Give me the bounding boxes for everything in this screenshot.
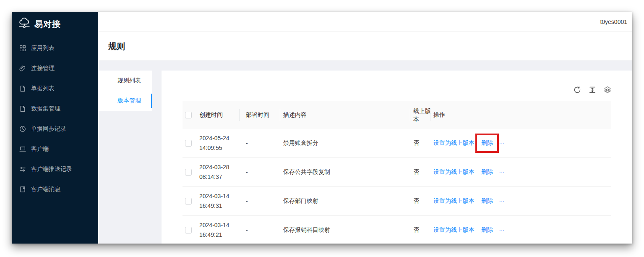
table-body: 2024-05-24 14:09:55 - 禁用账套拆分 否 设置为线上版本 删… (183, 129, 611, 244)
sidebar-item-label: 数据集管理 (31, 105, 60, 113)
delete-link[interactable]: 删除 (481, 197, 493, 205)
online-version-cell: 否 (413, 216, 433, 244)
description-cell: 保存报销科目映射 (283, 216, 413, 244)
table-row: 2024-03-14 16:49:21 - 保存报销科目映射 否 设置为线上版本… (183, 216, 611, 244)
subnav-item-label: 版本管理 (117, 97, 141, 105)
setting-icon[interactable] (604, 86, 611, 94)
column-height-icon[interactable] (589, 86, 596, 94)
created-time-cell: 2024-03-28 08:14:37 (199, 158, 242, 186)
table-panel: 创建时间 部署时间 描述内容 线上版本 操作 2024-05-24 14:09:… (162, 71, 632, 244)
table-row: 2024-05-24 14:09:55 - 禁用账套拆分 否 设置为线上版本 删… (183, 129, 611, 158)
sidebar-item-label: 单据同步记录 (31, 125, 66, 133)
sidebar-item-client[interactable]: 客户端 (12, 139, 98, 159)
column-header-created: 创建时间 (199, 101, 242, 129)
sidebar-item-label: 客户端消息 (31, 186, 60, 193)
set-online-version-link[interactable]: 设置为线上版本 (433, 197, 475, 205)
created-clock: 14:09:55 (199, 143, 229, 153)
table-row: 2024-03-14 16:49:31 - 保存部门映射 否 设置为线上版本 删… (183, 187, 611, 216)
delete-link[interactable]: 删除 (481, 168, 493, 176)
created-clock: 16:49:31 (199, 201, 229, 211)
created-clock: 16:49:21 (199, 230, 229, 240)
deploy-time-cell: - (242, 129, 283, 157)
operations-cell: 设置为线上版本 删除 … (433, 216, 611, 244)
more-actions-link[interactable]: … (499, 226, 505, 232)
description-cell: 保存公共字段复制 (283, 158, 413, 186)
table-toolbar (574, 86, 611, 94)
column-header-deploy: 部署时间 (242, 101, 283, 129)
created-clock: 08:14:37 (199, 172, 229, 182)
page-title: 规则 (108, 41, 125, 52)
online-version-cell: 否 (413, 187, 433, 215)
more-actions-link[interactable]: … (499, 139, 505, 145)
reload-icon[interactable] (574, 86, 581, 94)
user-account-label[interactable]: t0yes0001 (600, 18, 627, 25)
row-checkbox[interactable] (185, 198, 192, 205)
sidebar-item-connection-mgmt[interactable]: 连接管理 (12, 58, 98, 79)
content-area: 规则列表 版本管理 创建时间 部署时间 描述内容 (98, 61, 632, 244)
sidebar-item-client-messages[interactable]: 客户端消息 (12, 179, 98, 199)
file-icon (19, 85, 26, 92)
row-checkbox[interactable] (185, 140, 192, 147)
file-icon (19, 105, 26, 112)
sidebar-item-label: 单据列表 (31, 85, 55, 92)
row-checkbox[interactable] (185, 169, 192, 176)
sidebar-item-label: 应用列表 (31, 45, 55, 52)
column-header-operations: 操作 (433, 101, 611, 129)
sidebar-item-doc-sync-records[interactable]: 单据同步记录 (12, 119, 98, 139)
appstore-icon (19, 45, 26, 52)
online-version-cell: 否 (413, 129, 433, 157)
cloud-node-icon (18, 18, 31, 30)
created-date: 2024-03-14 (199, 191, 229, 201)
created-date: 2024-03-28 (199, 163, 229, 172)
swap-icon (19, 166, 26, 173)
deploy-time-cell: - (242, 158, 283, 186)
link-icon (19, 65, 26, 72)
sidebar-menu: 应用列表连接管理单据列表数据集管理单据同步记录客户端客户端推送记录客户端消息 (12, 36, 98, 199)
created-time-cell: 2024-03-14 16:49:21 (199, 216, 242, 244)
delete-link[interactable]: 删除 (481, 139, 493, 147)
operations-cell: 设置为线上版本 删除 … (433, 129, 611, 157)
sidebar-item-client-push-records[interactable]: 客户端推送记录 (12, 159, 98, 179)
created-date: 2024-03-14 (199, 220, 229, 230)
subnav-item-version-mgmt[interactable]: 版本管理 (98, 91, 152, 111)
created-time-cell: 2024-05-24 14:09:55 (199, 129, 242, 157)
laptop-icon (19, 146, 26, 152)
subnav: 规则列表 版本管理 (98, 71, 152, 111)
app-window: 易对接 应用列表连接管理单据列表数据集管理单据同步记录客户端客户端推送记录客户端… (12, 12, 632, 244)
sidebar-item-doc-list[interactable]: 单据列表 (12, 79, 98, 99)
description-cell: 保存部门映射 (283, 187, 413, 215)
versions-table: 创建时间 部署时间 描述内容 线上版本 操作 2024-05-24 14:09:… (183, 101, 611, 244)
created-date: 2024-05-24 (199, 134, 229, 143)
select-all-checkbox[interactable] (185, 112, 192, 118)
sidebar: 易对接 应用列表连接管理单据列表数据集管理单据同步记录客户端客户端推送记录客户端… (12, 12, 98, 244)
more-actions-link[interactable]: … (499, 197, 505, 203)
description-cell: 禁用账套拆分 (283, 129, 413, 157)
subnav-item-rule-list[interactable]: 规则列表 (98, 71, 152, 91)
table-header-row: 创建时间 部署时间 描述内容 线上版本 操作 (183, 101, 611, 129)
main-area: t0yes0001 规则 规则列表 版本管理 (98, 12, 632, 244)
logo: 易对接 (12, 12, 98, 36)
page-header: 规则 (98, 32, 632, 61)
operations-cell: 设置为线上版本 删除 … (433, 187, 611, 215)
sidebar-item-label: 连接管理 (31, 65, 55, 72)
sidebar-item-dataset-mgmt[interactable]: 数据集管理 (12, 99, 98, 119)
online-version-cell: 否 (413, 158, 433, 186)
set-online-version-link[interactable]: 设置为线上版本 (433, 139, 475, 147)
operations-cell: 设置为线上版本 删除 … (433, 158, 611, 186)
row-checkbox[interactable] (185, 227, 192, 233)
set-online-version-link[interactable]: 设置为线上版本 (433, 226, 475, 234)
subnav-item-label: 规则列表 (117, 77, 141, 84)
deploy-time-cell: - (242, 187, 283, 215)
created-time-cell: 2024-03-14 16:49:31 (199, 187, 242, 215)
sidebar-item-app-list[interactable]: 应用列表 (12, 38, 98, 58)
notebook-icon (19, 186, 26, 193)
delete-link[interactable]: 删除 (481, 226, 493, 234)
sidebar-item-label: 客户端推送记录 (31, 165, 72, 173)
topbar: t0yes0001 (98, 12, 632, 32)
table-row: 2024-03-28 08:14:37 - 保存公共字段复制 否 设置为线上版本… (183, 158, 611, 187)
more-actions-link[interactable]: … (499, 168, 505, 174)
brand-name: 易对接 (34, 18, 61, 30)
set-online-version-link[interactable]: 设置为线上版本 (433, 168, 475, 176)
sidebar-item-label: 客户端 (31, 145, 49, 153)
deploy-time-cell: - (242, 216, 283, 244)
